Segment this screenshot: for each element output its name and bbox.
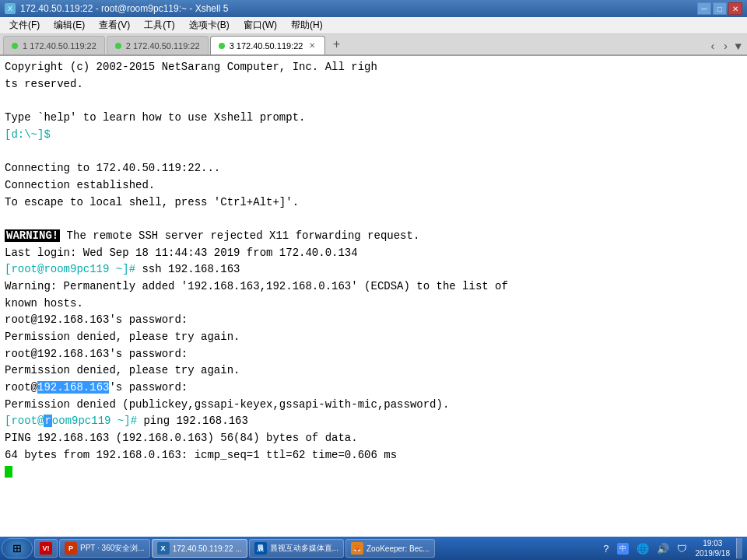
xshell-icon: X xyxy=(157,542,170,555)
menu-help[interactable]: 帮助(H) xyxy=(285,17,329,33)
terminal-line: PING 192.168.163 (192.168.0.163) 56(84) … xyxy=(5,430,742,447)
menu-window[interactable]: 窗口(W) xyxy=(237,17,283,33)
terminal-line: known hosts. xyxy=(5,296,742,313)
terminal-prompt: [d:\~]$ xyxy=(5,127,742,144)
ime-icon-area[interactable]: 中 xyxy=(615,543,631,555)
tab-list-button[interactable]: ▼ xyxy=(733,40,744,53)
terminal-line: Permission denied (publickey,gssapi-keye… xyxy=(5,397,742,414)
terminal-cursor xyxy=(5,466,12,478)
menu-file[interactable]: 文件(F) xyxy=(3,17,46,33)
taskbar: ⊞ V! P PPT · 360安全浏... X 172.40.50.119:2… xyxy=(0,537,747,560)
taskbar-item-media[interactable]: 晨 晨视互动多媒体直... xyxy=(249,539,344,558)
ppt-icon: P xyxy=(65,542,77,555)
tab-3[interactable]: 3 172.40.50.119:22 ✕ xyxy=(210,36,326,54)
cursor-highlight: r xyxy=(44,415,51,427)
menu-tools[interactable]: 工具(T) xyxy=(138,17,181,33)
terminal-line: 64 bytes from 192.168.0.163: icmp_seq=1 … xyxy=(5,447,742,464)
maximize-button[interactable]: □ xyxy=(713,2,727,15)
network-icon: 🌐 xyxy=(637,543,649,555)
terminal-line: Warning: Permanently added '192.168.163,… xyxy=(5,278,742,296)
tab-prev-button[interactable]: ‹ xyxy=(707,40,718,53)
system-clock: 19:03 2019/9/18 xyxy=(693,538,734,558)
minimize-button[interactable]: ─ xyxy=(697,2,711,15)
taskbar-ppt-label: PPT · 360安全浏... xyxy=(80,543,145,554)
tab-add-button[interactable]: + xyxy=(327,36,345,54)
taskbar-right: ? 中 🌐 🔊 🛡 19:03 2019/9/18 xyxy=(601,538,745,558)
terminal-line xyxy=(5,93,742,110)
help-icon-area[interactable]: ? xyxy=(601,543,611,555)
media-icon: 晨 xyxy=(254,542,267,555)
security-icon-area[interactable]: 🛡 xyxy=(675,543,689,555)
vi-icon: V! xyxy=(40,542,52,555)
help-icon: ? xyxy=(603,543,608,555)
tab-2[interactable]: 2 172.40.50.119:22 xyxy=(107,36,209,54)
tab-3-close[interactable]: ✕ xyxy=(307,41,317,50)
tab-1-dot xyxy=(12,43,18,49)
window-title: 172.40.50.119:22 - root@room9pc119:~ - X… xyxy=(20,3,228,14)
terminal-line: [root@room9pc119 ~]# ping 192.168.163 xyxy=(5,413,742,430)
terminal-line: Copyright (c) 2002-2015 NetSarang Comput… xyxy=(5,59,742,76)
start-button[interactable]: ⊞ xyxy=(2,538,33,558)
menu-tabs[interactable]: 选项卡(B) xyxy=(183,17,236,33)
prompt-text: [d:\~]$ xyxy=(5,128,51,141)
terminal-line: Type `help' to learn how to use Xshell p… xyxy=(5,110,742,127)
security-icon: 🛡 xyxy=(677,543,687,555)
volume-icon: 🔊 xyxy=(657,543,669,555)
menu-view[interactable]: 查看(V) xyxy=(93,17,136,33)
terminal-line: root@192.168.163's password: xyxy=(5,380,742,397)
ime-icon: 中 xyxy=(617,543,629,555)
tab-bar: 1 172.40.50.119:22 2 172.40.50.119:22 3 … xyxy=(0,34,747,56)
highlighted-ip: 192.168.163 xyxy=(37,381,109,394)
terminal-line: root@192.168.163's password: xyxy=(5,346,742,363)
taskbar-media-label: 晨视互动多媒体直... xyxy=(270,543,338,554)
terminal-line: Last login: Wed Sep 18 11:44:43 2019 fro… xyxy=(5,245,742,262)
close-button[interactable]: ✕ xyxy=(728,2,742,15)
terminal-line: root@192.168.163's password: xyxy=(5,312,742,329)
show-desktop-button[interactable] xyxy=(736,538,742,558)
zookeeper-icon: 🦊 xyxy=(351,542,363,555)
terminal-line: Permission denied, please try again. xyxy=(5,362,742,380)
prompt-text: [root@room9pc119 ~]# xyxy=(5,263,135,275)
terminal-line: Connection established. xyxy=(5,177,742,194)
tab-3-dot xyxy=(219,43,225,49)
menu-edit[interactable]: 编辑(E) xyxy=(47,17,91,33)
menu-bar: 文件(F) 编辑(E) 查看(V) 工具(T) 选项卡(B) 窗口(W) 帮助(… xyxy=(0,17,747,34)
terminal-line: ts reserved. xyxy=(5,76,742,93)
network-icon-area[interactable]: 🌐 xyxy=(634,543,651,555)
terminal-line: To escape to local shell, press 'Ctrl+Al… xyxy=(5,194,742,212)
taskbar-zookeeper-label: ZooKeeper: Bec... xyxy=(366,544,430,553)
terminal-line: [root@room9pc119 ~]# ssh 192.168.163 xyxy=(5,261,742,278)
tab-1-label: 1 172.40.50.119:22 xyxy=(23,41,96,51)
taskbar-item-ppt[interactable]: P PPT · 360安全浏... xyxy=(59,539,150,558)
tab-1[interactable]: 1 172.40.50.119:22 xyxy=(3,36,105,54)
terminal-cursor-line xyxy=(5,464,742,481)
title-bar: X 172.40.50.119:22 - root@room9pc119:~ -… xyxy=(0,0,747,17)
tab-navigation: ‹ › ▼ xyxy=(707,40,744,54)
terminal-line: Permission denied, please try again. xyxy=(5,329,742,346)
taskbar-xshell-label: 172.40.50.119:22 ... xyxy=(173,544,242,553)
tab-next-button[interactable]: › xyxy=(720,40,731,53)
terminal-line: Connecting to 172.40.50.119:22... xyxy=(5,160,742,177)
terminal-line xyxy=(5,143,742,160)
warning-label: WARNING! xyxy=(5,229,60,242)
tab-3-label: 3 172.40.50.119:22 xyxy=(230,41,303,51)
volume-icon-area[interactable]: 🔊 xyxy=(654,543,672,555)
terminal-line xyxy=(5,211,742,228)
taskbar-item-xshell[interactable]: X 172.40.50.119:22 ... xyxy=(152,539,247,558)
app-icon: X xyxy=(5,3,16,14)
taskbar-item-vi[interactable]: V! xyxy=(34,539,58,558)
prompt-text: [root@room9pc119 ~]# xyxy=(5,415,137,427)
taskbar-item-zookeeper[interactable]: 🦊 ZooKeeper: Bec... xyxy=(345,539,435,558)
clock-time: 19:03 xyxy=(696,538,731,548)
tab-2-label: 2 172.40.50.119:22 xyxy=(126,41,200,51)
terminal[interactable]: Copyright (c) 2002-2015 NetSarang Comput… xyxy=(0,56,747,537)
terminal-warning-line: WARNING! The remote SSH server rejected … xyxy=(5,228,742,245)
clock-date: 2019/9/18 xyxy=(696,548,731,558)
tab-2-dot xyxy=(115,43,121,49)
